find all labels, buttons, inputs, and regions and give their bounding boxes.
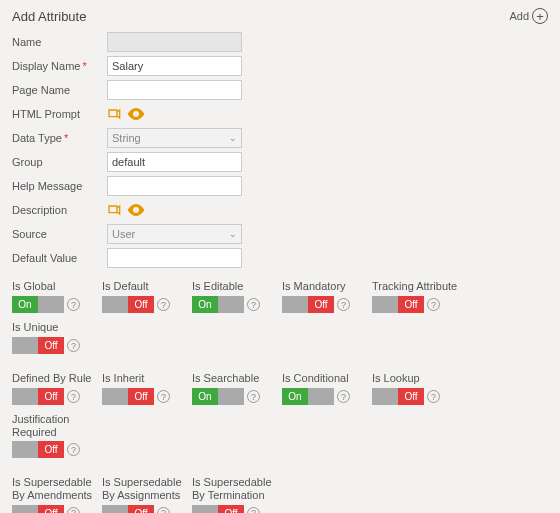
toggle-label: Is Lookup: [372, 372, 462, 385]
toggle-switch[interactable]: On: [282, 388, 334, 405]
toggle-cell: Justification RequiredOff?: [12, 413, 102, 458]
help-icon[interactable]: ?: [247, 390, 260, 403]
toggle-label: Is Editable: [192, 280, 282, 293]
help-icon[interactable]: ?: [247, 507, 260, 513]
plus-icon: +: [532, 8, 548, 24]
toggle-cell: Defined By RuleOff?: [12, 372, 102, 405]
toggle-cell: Is DefaultOff?: [102, 280, 192, 313]
chevron-down-icon: ⌄: [229, 229, 237, 239]
label-data-type: Data Type*: [12, 132, 107, 144]
toggle-cell: Is Supersedable By TerminationOff?: [192, 476, 282, 513]
toggle-label: Is Conditional: [282, 372, 372, 385]
svg-point-0: [135, 113, 138, 116]
help-icon[interactable]: ?: [247, 298, 260, 311]
edit-icon[interactable]: [107, 203, 123, 217]
toggle-switch[interactable]: Off: [372, 388, 424, 405]
group-input[interactable]: [107, 152, 242, 172]
toggle-switch[interactable]: Off: [12, 388, 64, 405]
toggle-cell: Is GlobalOn?: [12, 280, 102, 313]
help-icon[interactable]: ?: [67, 443, 80, 456]
toggle-label: Is Searchable: [192, 372, 282, 385]
data-type-select[interactable]: String ⌄: [107, 128, 242, 148]
label-page-name: Page Name: [12, 84, 107, 96]
toggle-switch[interactable]: Off: [102, 296, 154, 313]
toggle-switch[interactable]: Off: [372, 296, 424, 313]
toggle-cell: Is UniqueOff?: [12, 321, 102, 354]
page-title: Add Attribute: [12, 9, 86, 24]
label-default-value: Default Value: [12, 252, 107, 264]
help-icon[interactable]: ?: [67, 507, 80, 513]
help-icon[interactable]: ?: [427, 298, 440, 311]
source-value: User: [112, 228, 135, 240]
toggle-cell: Is SearchableOn?: [192, 372, 282, 405]
help-icon[interactable]: ?: [337, 298, 350, 311]
toggle-switch[interactable]: Off: [102, 388, 154, 405]
label-description: Description: [12, 204, 107, 216]
toggle-label: Is Supersedable By Amendments: [12, 476, 102, 501]
eye-icon[interactable]: [127, 108, 145, 120]
add-label: Add: [509, 10, 529, 22]
toggle-cell: Is Supersedable By AmendmentsOff?: [12, 476, 102, 513]
toggle-cell: Is ConditionalOn?: [282, 372, 372, 405]
toggle-switch[interactable]: Off: [282, 296, 334, 313]
page-name-input[interactable]: [107, 80, 242, 100]
toggle-label: Is Mandatory: [282, 280, 372, 293]
help-icon[interactable]: ?: [157, 507, 170, 513]
toggle-switch[interactable]: Off: [12, 441, 64, 458]
toggle-label: Is Unique: [12, 321, 102, 334]
default-value-input[interactable]: [107, 248, 242, 268]
svg-point-1: [135, 209, 138, 212]
help-icon[interactable]: ?: [337, 390, 350, 403]
toggle-cell: Tracking AttributeOff?: [372, 280, 462, 313]
toggle-label: Is Global: [12, 280, 102, 293]
toggle-cell: Is Supersedable By AssignmentsOff?: [102, 476, 192, 513]
help-icon[interactable]: ?: [157, 298, 170, 311]
toggle-label: Justification Required: [12, 413, 102, 438]
data-type-value: String: [112, 132, 141, 144]
help-icon[interactable]: ?: [67, 390, 80, 403]
add-button[interactable]: Add +: [509, 8, 548, 24]
source-select[interactable]: User ⌄: [107, 224, 242, 244]
name-input[interactable]: [107, 32, 242, 52]
label-html-prompt: HTML Prompt: [12, 108, 107, 120]
toggle-switch[interactable]: Off: [12, 505, 64, 513]
toggles-row-1: Is GlobalOn?Is DefaultOff?Is EditableOn?…: [12, 280, 548, 362]
toggle-cell: Is InheritOff?: [102, 372, 192, 405]
toggle-label: Is Supersedable By Termination: [192, 476, 282, 501]
toggle-switch[interactable]: On: [12, 296, 64, 313]
toggle-label: Tracking Attribute: [372, 280, 462, 293]
help-icon[interactable]: ?: [427, 390, 440, 403]
toggle-switch[interactable]: Off: [192, 505, 244, 513]
toggle-label: Is Supersedable By Assignments: [102, 476, 192, 501]
help-icon[interactable]: ?: [157, 390, 170, 403]
toggle-switch[interactable]: Off: [102, 505, 154, 513]
label-source: Source: [12, 228, 107, 240]
display-name-input[interactable]: [107, 56, 242, 76]
help-icon[interactable]: ?: [67, 298, 80, 311]
help-icon[interactable]: ?: [67, 339, 80, 352]
toggle-cell: Is MandatoryOff?: [282, 280, 372, 313]
label-help-message: Help Message: [12, 180, 107, 192]
toggle-switch[interactable]: Off: [12, 337, 64, 354]
help-message-input[interactable]: [107, 176, 242, 196]
chevron-down-icon: ⌄: [229, 133, 237, 143]
toggle-switch[interactable]: On: [192, 388, 244, 405]
toggle-switch[interactable]: On: [192, 296, 244, 313]
eye-icon[interactable]: [127, 204, 145, 216]
toggle-cell: Is LookupOff?: [372, 372, 462, 405]
edit-icon[interactable]: [107, 107, 123, 121]
toggle-cell: Is EditableOn?: [192, 280, 282, 313]
toggle-label: Is Default: [102, 280, 192, 293]
toggles-row-3: Is Supersedable By AmendmentsOff?Is Supe…: [12, 476, 548, 513]
toggles-row-2: Defined By RuleOff?Is InheritOff?Is Sear…: [12, 372, 548, 466]
toggle-label: Is Inherit: [102, 372, 192, 385]
label-group: Group: [12, 156, 107, 168]
toggle-label: Defined By Rule: [12, 372, 102, 385]
label-display-name: Display Name*: [12, 60, 107, 72]
label-name: Name: [12, 36, 107, 48]
